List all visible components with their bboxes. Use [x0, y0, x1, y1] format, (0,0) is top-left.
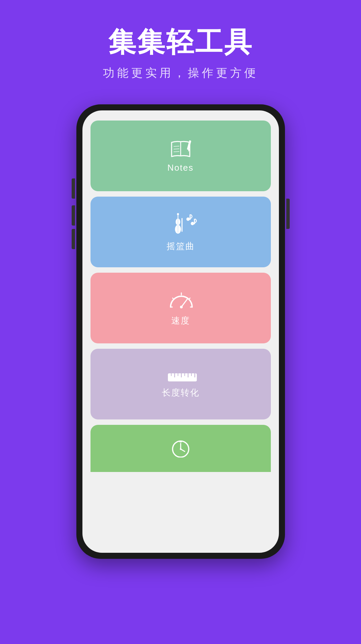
svg-line-3 [174, 151, 179, 152]
svg-point-13 [186, 217, 190, 221]
sub-title: 功能更实用，操作更方便 [103, 65, 258, 81]
speedometer-icon [168, 290, 193, 311]
svg-line-1 [174, 146, 179, 146]
notes-label: Notes [168, 163, 194, 173]
card-notes[interactable]: Notes [91, 121, 271, 191]
card-length[interactable]: 长度转化 [91, 349, 271, 419]
ruler-icon [167, 370, 194, 383]
svg-point-10 [177, 213, 179, 215]
main-title: 集集轻工具 [108, 27, 253, 57]
svg-point-36 [180, 448, 181, 450]
svg-rect-14 [189, 214, 190, 220]
header-section: 集集轻工具 功能更实用，操作更方便 [0, 0, 361, 94]
svg-rect-24 [168, 373, 197, 381]
card-lullaby[interactable]: 摇篮曲 [91, 197, 271, 267]
svg-line-2 [174, 149, 179, 149]
svg-line-20 [173, 298, 174, 300]
svg-rect-16 [194, 219, 195, 224]
notebook-icon [169, 139, 192, 159]
svg-line-23 [181, 299, 187, 307]
svg-rect-37 [179, 441, 182, 442]
lullaby-label: 摇篮曲 [167, 240, 195, 252]
svg-line-21 [189, 298, 190, 300]
length-label: 长度转化 [162, 387, 200, 399]
card-speed[interactable]: 速度 [91, 273, 271, 343]
svg-point-15 [191, 222, 194, 225]
music-icon [167, 212, 194, 237]
phone-frame: Notes [76, 104, 285, 559]
card-last[interactable] [91, 425, 271, 472]
clock-icon [169, 437, 192, 457]
phone-screen: Notes [82, 110, 279, 553]
speed-label: 速度 [171, 315, 190, 327]
